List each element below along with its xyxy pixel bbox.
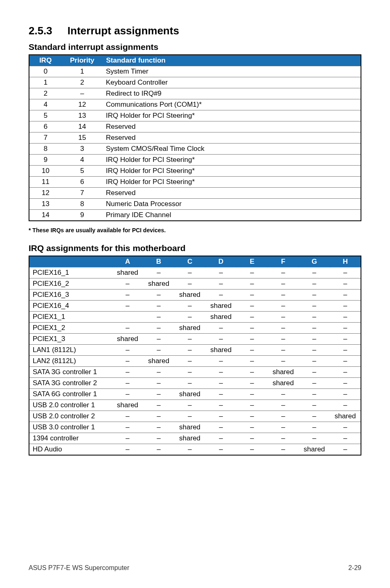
table-cell: PCIEX16_4 [29, 301, 112, 312]
table-row: USB 2.0 controller 1shared––––––– [29, 400, 361, 411]
table-cell: – [237, 345, 268, 356]
standard-irq-table: IRQ Priority Standard function 01System … [29, 54, 361, 221]
table-row: 513IRQ Holder for PCI Steering* [29, 110, 361, 121]
table-row: 105IRQ Holder for PCI Steering* [29, 166, 361, 177]
table-cell: – [112, 378, 143, 389]
table-cell: 15 [62, 132, 103, 144]
table-cell: – [330, 323, 361, 334]
table-cell: – [237, 301, 268, 312]
table-cell: – [330, 433, 361, 444]
subheading-irq-mb: IRQ assignments for this motherboard [29, 243, 361, 253]
table-cell: – [205, 378, 236, 389]
footer-right: 2-29 [348, 564, 361, 572]
table-cell: – [299, 334, 330, 345]
table-cell: shared [268, 367, 299, 378]
table-cell: shared [205, 301, 236, 312]
table-cell: shared [299, 444, 330, 456]
table-cell: IRQ Holder for PCI Steering* [103, 166, 361, 177]
table-cell: shared [143, 278, 174, 290]
motherboard-irq-table: A B C D E F G H PCIEX16_1shared–––––––PC… [29, 256, 361, 456]
table-row: PCIEX1_1––shared–––– [29, 312, 361, 323]
table-cell: Reserved [103, 132, 361, 144]
table-cell: – [237, 356, 268, 367]
table-cell: – [205, 290, 236, 301]
table-cell: shared [205, 312, 236, 323]
table-cell: LAN2 (8112L) [29, 356, 112, 367]
table-cell: – [205, 411, 236, 422]
col-d: D [205, 256, 236, 267]
table-cell: – [237, 312, 268, 323]
table-cell: System Timer [103, 66, 361, 77]
table-row: 1394 controller––shared––––– [29, 433, 361, 444]
table-cell: 9 [29, 155, 62, 166]
table-cell: 2 [62, 77, 103, 88]
table-cell: – [205, 356, 236, 367]
table-cell: – [112, 367, 143, 378]
table-cell: – [143, 312, 174, 323]
table-cell: shared [174, 290, 205, 301]
table-cell: PCIEX1_1 [29, 312, 112, 323]
table-row: USB 3.0 controller 1––shared––––– [29, 422, 361, 433]
table-cell: – [205, 389, 236, 400]
table-cell: – [143, 444, 174, 456]
table-cell: – [268, 312, 299, 323]
table-cell: – [330, 367, 361, 378]
table-cell: PCIEX16_1 [29, 267, 112, 278]
table-cell: – [299, 400, 330, 411]
table-cell: – [112, 278, 143, 290]
table-cell: – [143, 400, 174, 411]
table-row: 149Primary IDE Channel [29, 210, 361, 221]
table-cell: – [268, 400, 299, 411]
table-row: PCIEX1_3shared––––––– [29, 334, 361, 345]
table-row: HD Audio––––––shared– [29, 444, 361, 456]
table-cell: 8 [29, 144, 62, 155]
table-cell: HD Audio [29, 444, 112, 456]
table-cell: USB 2.0 controller 1 [29, 400, 112, 411]
table-cell: – [299, 312, 330, 323]
table-cell: – [299, 301, 330, 312]
section-title: Interrupt assignments [67, 25, 179, 37]
table-cell: – [268, 267, 299, 278]
table-cell: System CMOS/Real Time Clock [103, 144, 361, 155]
table-row: PCIEX16_2–shared–––––– [29, 278, 361, 290]
table-cell: – [299, 411, 330, 422]
table-cell: shared [330, 411, 361, 422]
table-cell: 1394 controller [29, 433, 112, 444]
table-cell: 13 [62, 110, 103, 121]
table-cell: – [143, 267, 174, 278]
table-cell: – [268, 356, 299, 367]
table-cell: – [174, 400, 205, 411]
table-cell: – [299, 267, 330, 278]
table-cell: 6 [29, 121, 62, 132]
table-cell: PCIEX16_3 [29, 290, 112, 301]
table-cell: – [143, 323, 174, 334]
table-cell: – [330, 422, 361, 433]
table-cell: – [330, 400, 361, 411]
table-cell: – [268, 411, 299, 422]
table-row: PCIEX16_4–––shared–––– [29, 301, 361, 312]
table-cell: – [143, 378, 174, 389]
table-cell: 8 [62, 199, 103, 210]
table-cell: – [205, 323, 236, 334]
table-cell: – [112, 433, 143, 444]
table-cell: – [330, 378, 361, 389]
table-cell: – [268, 301, 299, 312]
table-cell: – [268, 323, 299, 334]
table-cell: – [112, 389, 143, 400]
col-priority: Priority [62, 55, 103, 66]
table-cell: Primary IDE Channel [103, 210, 361, 221]
table-cell: – [237, 334, 268, 345]
table-cell [112, 312, 143, 323]
table-cell: shared [174, 422, 205, 433]
table-cell: – [205, 267, 236, 278]
table-cell: – [237, 422, 268, 433]
table-cell: – [174, 312, 205, 323]
col-c: C [174, 256, 205, 267]
table-cell: – [237, 444, 268, 456]
table-cell: – [237, 411, 268, 422]
table-cell: PCIEX16_2 [29, 278, 112, 290]
table-cell: 5 [62, 166, 103, 177]
table-cell: – [237, 389, 268, 400]
table-cell: 14 [29, 210, 62, 221]
col-h: H [330, 256, 361, 267]
